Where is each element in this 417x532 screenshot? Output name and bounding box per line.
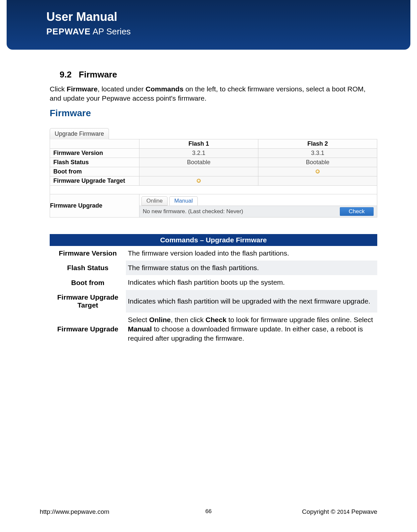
row-boot-from-label: Boot from [50,167,139,176]
desc-label: Firmware Version [50,246,126,261]
desc-text: Indicates which flash partition will be … [126,290,377,313]
firmware-heading: Firmware [50,108,377,119]
desc-table-header: Commands – Upgrade Firmware [50,234,377,246]
brand-bold: PEPWAVE [46,26,91,36]
desc-text: The firmware version loaded into the fla… [126,246,377,261]
sub-tab-online[interactable]: Online [141,196,168,206]
row-fw-version-label: Firmware Version [50,148,139,158]
section-number: 9.2 [60,70,72,79]
brand-line: PEPWAVE AP Series [46,26,397,37]
flash-status-2: Bootable [258,158,377,167]
row-firmware-upgrade-label: Firmware Upgrade [50,194,139,217]
boot-from-1[interactable] [139,167,258,176]
upgrade-target-2[interactable] [258,176,377,185]
fw-version-2: 3.3.1 [258,148,377,158]
firmware-table: Flash 1 Flash 2 Firmware Version 3.2.1 3… [50,139,377,218]
row-upgrade-target-label: Firmware Upgrade Target [50,176,139,185]
sub-tab-manual[interactable]: Manual [169,196,198,206]
radio-icon [197,179,201,183]
desc-label: Flash Status [50,261,126,275]
page-number: 66 [205,508,212,515]
desc-text: Select Online, then click Check to look … [126,313,377,346]
footer-copyright: Copyright © 2014 Pepwave [302,508,377,515]
col-empty [50,139,139,148]
desc-label: Firmware Upgrade [50,313,126,346]
upgrade-target-1[interactable] [139,176,258,185]
col-flash2: Flash 2 [258,139,377,148]
check-button[interactable]: Check [340,207,374,216]
col-flash1: Flash 1 [139,139,258,148]
desc-label: Firmware Upgrade Target [50,290,126,313]
desc-label: Boot from [50,275,126,290]
doc-title: User Manual [46,10,397,24]
firmware-upgrade-cell: Online Manual No new firmware. (Last che… [139,194,377,217]
page-footer: http://www.pepwave.com 66 Copyright © 20… [40,508,377,515]
intro-paragraph: Click Firmware, located under Commands o… [50,84,377,103]
fw-version-1: 3.2.1 [139,148,258,158]
footer-url: http://www.pepwave.com [40,508,109,515]
desc-text: Indicates which flash partition boots up… [126,275,377,290]
boot-from-2[interactable] [258,167,377,176]
section-title: Firmware [79,70,117,79]
spacer [50,185,377,194]
radio-icon [316,169,320,173]
brand-light: AP Series [91,26,131,36]
tab-upgrade-firmware[interactable]: Upgrade Firmware [50,128,109,139]
desc-text: The firmware status on the flash partiti… [126,261,377,275]
doc-header: User Manual PEPWAVE AP Series [7,0,410,50]
page-content: 9.2 Firmware Click Firmware, located und… [0,50,417,346]
firmware-screenshot: Firmware Upgrade Firmware Flash 1 Flash … [50,108,377,218]
section-heading: 9.2 Firmware [60,70,377,80]
flash-status-1: Bootable [139,158,258,167]
firmware-status-text: No new firmware. (Last checked: Never) [143,208,243,215]
commands-desc-table: Commands – Upgrade Firmware Firmware Ver… [50,234,377,346]
row-flash-status-label: Flash Status [50,158,139,167]
